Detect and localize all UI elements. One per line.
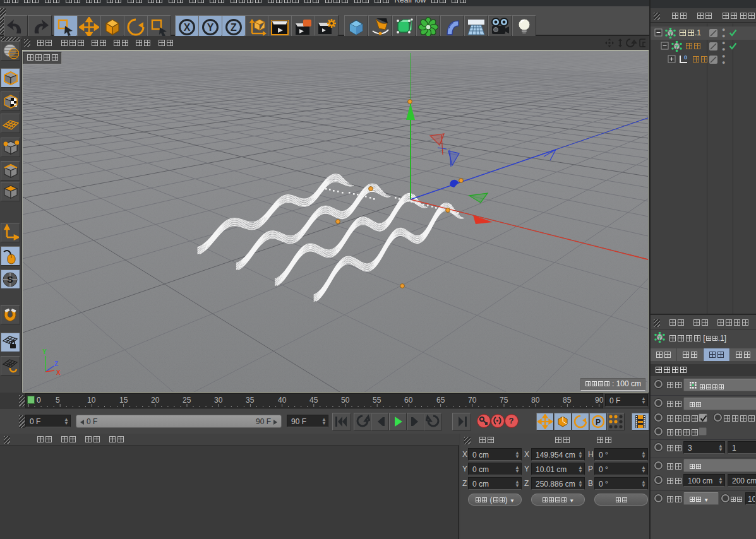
svg-text:Y: Y [207, 22, 214, 33]
svg-text:Y: Y [42, 348, 47, 355]
svg-text:X: X [56, 369, 61, 376]
svg-text:Z: Z [231, 22, 237, 33]
svg-text:Z: Z [54, 360, 58, 367]
svg-text:P: P [596, 418, 601, 427]
svg-text:?: ? [509, 416, 514, 425]
svg-text:0: 0 [684, 54, 687, 61]
svg-text:S: S [7, 275, 13, 285]
svg-text:X: X [184, 22, 191, 33]
